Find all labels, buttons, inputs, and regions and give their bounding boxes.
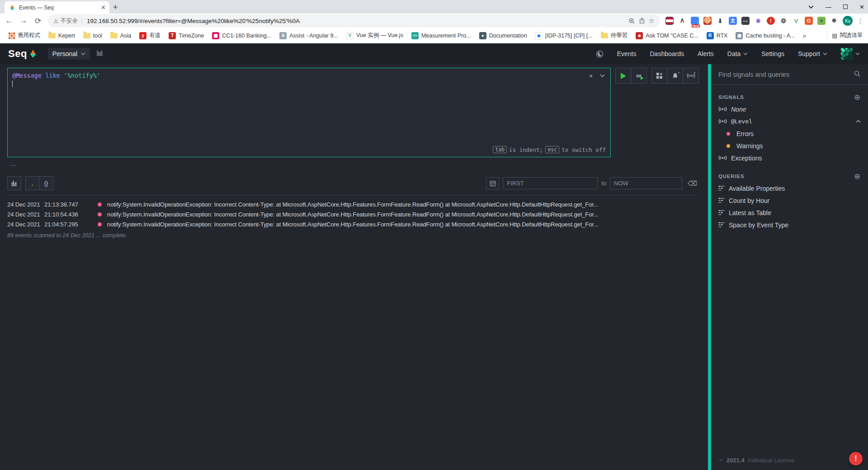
seq-favicon: [10, 5, 14, 10]
translate-extension[interactable]: 文: [729, 17, 737, 25]
save-signal-button[interactable]: +: [683, 68, 699, 84]
json-view-button[interactable]: {}: [39, 176, 53, 190]
window-chevron-icon[interactable]: [808, 5, 814, 9]
zoom-icon[interactable]: [628, 18, 635, 24]
window-close-button[interactable]: ✕: [859, 4, 864, 10]
sidebar-search[interactable]: [711, 64, 868, 85]
bookmark-folder-tool[interactable]: tool: [80, 31, 105, 40]
bookmark-youdao[interactable]: y有道: [136, 30, 164, 41]
signal-none[interactable]: None: [718, 103, 861, 115]
scan-status-text: 89 events scanned to 24 Dec 2021 ... com…: [7, 232, 699, 239]
download-extension[interactable]: ⬇: [716, 17, 724, 25]
omnibox[interactable]: ⚠ 不安全 | 192.168.50.52:999/#/events?filte…: [48, 14, 660, 27]
moon-icon[interactable]: [596, 50, 604, 58]
bookmark-rtx[interactable]: RRTX: [703, 31, 731, 41]
tab-close-icon[interactable]: ✕: [101, 4, 106, 11]
bookmark-cache[interactable]: ▣Cache busting - A...: [732, 31, 798, 41]
add-to-dashboard-button[interactable]: [651, 68, 667, 84]
us-flag-extension[interactable]: [665, 17, 674, 25]
help-notification-bubble[interactable]: !: [849, 452, 863, 465]
run-query-button[interactable]: [615, 68, 631, 84]
event-row[interactable]: 24 Dec 2021 21:10:54.436 notify:System.I…: [7, 209, 699, 219]
clear-range-button[interactable]: ⌫: [686, 177, 699, 189]
add-query-icon[interactable]: ⊕: [854, 172, 861, 181]
range-to-input[interactable]: [610, 177, 682, 189]
bookmark-documentation[interactable]: ●Documentation: [476, 31, 530, 41]
compass-extension[interactable]: Λ: [678, 17, 686, 25]
query-editor[interactable]: @Message like '%notify%' ✕ tab is indent…: [7, 68, 611, 157]
bookmarks-overflow-chevron[interactable]: »: [800, 32, 809, 39]
reading-list-button[interactable]: ▤ 閱讀清單: [827, 32, 863, 39]
histogram-button[interactable]: [7, 176, 21, 190]
bookmark-measurement[interactable]: <>Measurement Pro...: [408, 31, 474, 41]
browser-menu-icon[interactable]: ⋮: [857, 17, 863, 24]
nav-alerts[interactable]: Alerts: [698, 50, 714, 57]
window-minimize-button[interactable]: —: [826, 4, 831, 10]
editor-resize-handle[interactable]: …: [10, 160, 699, 167]
bookmark-timezone[interactable]: TTimeZone: [165, 31, 207, 41]
sidebar-divider[interactable]: [708, 64, 711, 470]
opera-extension[interactable]: O: [805, 17, 813, 25]
user-avatar[interactable]: [841, 48, 860, 60]
forward-button[interactable]: →: [19, 16, 28, 25]
signal-level[interactable]: @Level: [718, 115, 861, 127]
chevron-up-icon[interactable]: [856, 120, 861, 123]
bookmark-jira[interactable]: ◆[IDP-3175] [CP] [...: [532, 31, 596, 41]
add-signal-icon[interactable]: ⊕: [854, 93, 861, 102]
code-icon: <>: [411, 32, 419, 39]
gear-extension[interactable]: ⚙: [779, 17, 788, 25]
bookmark-asktom[interactable]: ■Ask TOM "CASE C...: [632, 31, 702, 41]
workspace-selector[interactable]: Personal: [48, 48, 90, 60]
chevron-down-icon: [81, 52, 85, 55]
calendar-button[interactable]: [486, 177, 499, 189]
snowflake-extension[interactable]: ❄: [754, 17, 762, 25]
security-indicator[interactable]: ⚠ 不安全 |: [53, 17, 83, 25]
event-row[interactable]: 24 Dec 2021 21:13:38.747 notify:System.I…: [7, 199, 699, 209]
vue-devtools-extension[interactable]: V: [792, 17, 800, 25]
url-text[interactable]: 192.168.50.52:999/#/events?filter=@Messa…: [87, 18, 625, 24]
browser-tab[interactable]: Events — Seq ✕: [5, 1, 109, 14]
bookmark-star-icon[interactable]: ☆: [649, 17, 655, 25]
browser-profile-avatar[interactable]: Ku: [843, 16, 853, 26]
save-workspace-icon[interactable]: [96, 50, 103, 58]
arrow-extension[interactable]: ▼: [817, 17, 826, 25]
santa-extension[interactable]: [703, 17, 712, 25]
bookmark-apps[interactable]: 應用程式: [5, 30, 43, 41]
bookmark-folder-study[interactable]: 待學習: [598, 30, 631, 41]
dots-extension[interactable]: •••: [741, 17, 750, 25]
alert-extension[interactable]: !: [767, 17, 775, 25]
back-button[interactable]: ←: [5, 16, 14, 25]
event-row[interactable]: 24 Dec 2021 21:04:57.295 notify:System.I…: [7, 219, 699, 229]
range-from-input[interactable]: [503, 177, 598, 189]
nav-settings[interactable]: Settings: [761, 50, 784, 57]
query-available-properties[interactable]: Available Properties: [718, 182, 861, 194]
bookmark-folder-asia[interactable]: Asia: [107, 31, 134, 40]
nav-dashboards[interactable]: Dashboards: [650, 50, 684, 57]
bookmark-folder-kepert[interactable]: Kepert: [45, 31, 78, 40]
clear-query-icon[interactable]: ✕: [589, 72, 593, 79]
bookmark-vue[interactable]: VVue 实例 — Vue.js: [343, 30, 406, 41]
bookmark-angular[interactable]: AAssist - Angular 9...: [276, 31, 341, 41]
seq-logo[interactable]: Seq: [8, 48, 36, 60]
query-latest-as-table[interactable]: Latest as Table: [718, 207, 861, 219]
signal-warnings[interactable]: Warnings: [718, 140, 861, 152]
query-space-by-event-type[interactable]: Space by Event Type: [718, 219, 861, 231]
signal-exceptions[interactable]: Exceptions: [718, 152, 861, 164]
new-tab-button[interactable]: +: [113, 3, 118, 12]
nav-events[interactable]: Events: [617, 50, 637, 57]
bookmark-banking[interactable]: ▦CC1-160 Banking...: [209, 31, 274, 41]
add-alert-button[interactable]: +: [667, 68, 683, 84]
share-icon[interactable]: [639, 18, 645, 24]
tail-live-button[interactable]: ∞: [631, 68, 647, 84]
query-count-by-hour[interactable]: Count by Hour: [718, 194, 861, 207]
csv-view-button[interactable]: ,: [25, 176, 39, 190]
signal-errors[interactable]: Errors: [718, 127, 861, 140]
search-input[interactable]: [718, 71, 850, 78]
reload-button[interactable]: ⟳: [33, 16, 42, 26]
extensions-puzzle-icon[interactable]: [830, 17, 838, 25]
nav-support[interactable]: Support: [798, 50, 827, 57]
nav-data[interactable]: Data: [727, 50, 748, 57]
editor-collapse-chevron-icon[interactable]: [600, 74, 605, 77]
new-badge-extension[interactable]: New: [691, 17, 699, 25]
window-maximize-button[interactable]: [843, 5, 848, 9]
